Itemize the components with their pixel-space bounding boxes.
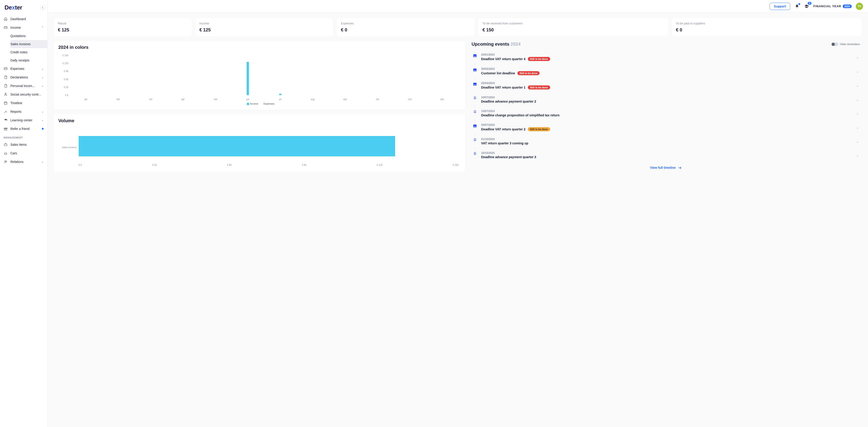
dashboard-row: 2024 in colors € 0€ 30€ 60€ 90€ 120€ 150… (54, 41, 862, 172)
timeline-connector (475, 77, 860, 79)
sidebar-item-learning-center[interactable]: Learning center⌄ (0, 116, 47, 125)
event-row[interactable]: 10/10/2024Deadline advance payment quart… (471, 149, 860, 161)
sidebar-item-relations[interactable]: Relations⌄ (0, 158, 47, 166)
bar-income[interactable] (279, 94, 281, 95)
gift-icon (4, 127, 8, 131)
colors-chart: € 0€ 30€ 60€ 90€ 120€ 150janfebmrtaprmei… (58, 54, 461, 105)
sidebar-item-quotations[interactable]: Quotations (10, 32, 47, 40)
stat-card-expenses[interactable]: Expenses€ 0 (337, 18, 475, 36)
doc-icon (4, 84, 8, 88)
sidebar-item-label: Social security contr... (10, 93, 43, 96)
sidebar-item-credit-notes[interactable]: Credit notes (10, 48, 47, 56)
stat-value: € 0 (676, 27, 858, 33)
sidebar-item-social-security-contr-[interactable]: Social security contr... (0, 90, 47, 99)
sidebar-item-expenses[interactable]: Expenses⌄ (0, 64, 47, 73)
event-icon (472, 81, 477, 86)
bar-slot-feb (102, 55, 134, 95)
chevron-down-icon: ⌄ (856, 55, 859, 59)
stat-card-income[interactable]: Income€ 125 (195, 18, 333, 36)
x-tick: sep (329, 98, 361, 101)
event-row[interactable]: 15/07/2024Deadline change proposition of… (471, 107, 860, 119)
card-icon (4, 67, 8, 71)
event-status-pill: Still to be done (528, 57, 550, 61)
events-title-year: 2024 (510, 41, 521, 46)
events-list: 20/01/2024Deadline VAT return quarter 4S… (471, 51, 860, 161)
svg-point-4 (5, 93, 6, 94)
volume-bar[interactable] (79, 136, 395, 156)
stat-card-to-be-received-from-customers[interactable]: To be received from customers€ 150 (478, 18, 668, 36)
calendar-icon (4, 101, 8, 105)
chevron-left-icon (41, 6, 44, 9)
volume-x-tick: € 150 (453, 164, 458, 166)
event-date: 15/07/2024 (481, 109, 852, 113)
notification-dot (798, 3, 800, 5)
bar-slot-okt (361, 55, 394, 95)
sidebar-item-dashboard[interactable]: Dashboard (0, 15, 47, 23)
sidebar-item-income[interactable]: Income⌃ (0, 23, 47, 32)
graduation-cap-icon (804, 4, 809, 8)
sidebar-item-sales-items[interactable]: Sales items (0, 140, 47, 149)
events-panel: Upcoming events 2024 Hide reminders 20/0… (470, 41, 862, 171)
svg-rect-25 (473, 83, 477, 84)
sidebar-item-personal-incom-[interactable]: Personal incom...⌄ (0, 81, 47, 90)
sidebar-item-daily-receipts[interactable]: Daily receipts (10, 56, 47, 64)
sidebar-item-reports[interactable]: Reports⌄ (0, 107, 47, 116)
event-row[interactable]: 10/07/2024Deadline advance payment quart… (471, 94, 860, 105)
brand-part1: De (4, 4, 12, 11)
topbar: Support 0 FINANCIAL YEAR 2024 TV (48, 0, 868, 13)
user-avatar[interactable]: TV (856, 3, 863, 10)
notifications-icon[interactable] (794, 4, 800, 9)
event-icon (472, 138, 477, 142)
financial-year-selector[interactable]: FINANCIAL YEAR 2024 (813, 4, 852, 8)
volume-x-tick: € 60 (227, 164, 231, 166)
card-icon (4, 26, 8, 30)
event-row[interactable]: 20/04/2024Deadline VAT return quarter 1S… (471, 79, 860, 92)
view-full-timeline-link[interactable]: View full timeline (650, 166, 682, 169)
sidebar-item-cars[interactable]: Cars (0, 149, 47, 158)
event-body: 01/10/2024VAT return quarter 3 coming up (481, 138, 852, 145)
event-row[interactable]: 20/07/2024Deadline VAT return quarter 2S… (471, 121, 860, 134)
stat-card-result[interactable]: Result€ 125 (54, 18, 192, 36)
sidebar-item-sales-invoices[interactable]: Sales invoices (10, 40, 47, 48)
event-row[interactable]: 30/03/2024Customer list deadlineStill to… (471, 65, 860, 77)
x-tick: jun (232, 98, 264, 101)
x-tick: jul (264, 98, 296, 101)
sidebar-item-declarations[interactable]: Declarations⌄ (0, 73, 47, 81)
home-icon (4, 17, 8, 21)
hide-reminders-toggle[interactable] (831, 42, 838, 46)
legend-label: Income (250, 102, 258, 105)
learning-badge: 0 (808, 2, 812, 5)
stat-value: € 125 (58, 27, 188, 33)
support-button[interactable]: Support (770, 3, 790, 10)
event-date: 01/10/2024 (481, 138, 852, 141)
sidebar-item-label: Expenses (10, 67, 39, 70)
legend-swatch (247, 103, 249, 105)
event-body: 20/04/2024Deadline VAT return quarter 1S… (481, 81, 852, 90)
bar-slot-jul (264, 55, 296, 95)
chevron-down-icon: ⌄ (41, 119, 43, 122)
sidebar-item-refer-a-friend[interactable]: Refer a friend (0, 125, 47, 133)
timeline-connector (475, 119, 860, 121)
person-icon (4, 92, 8, 96)
bar-income[interactable] (247, 62, 249, 95)
stat-label: To be received from customers (483, 22, 664, 25)
sidebar-item-timeline[interactable]: Timeline (0, 99, 47, 107)
brand-logo[interactable]: Dexter (4, 4, 22, 11)
event-row[interactable]: 20/01/2024Deadline VAT return quarter 4S… (471, 51, 860, 63)
chevron-down-icon: ⌄ (41, 84, 43, 88)
calendar-x-icon (473, 68, 477, 72)
svg-point-17 (6, 154, 6, 155)
car-icon (4, 151, 8, 155)
collapse-sidebar-button[interactable] (40, 5, 45, 10)
stat-card-to-be-paid-to-suppliers[interactable]: To be paid to suppliers€ 0 (672, 18, 862, 36)
timeline-connector (475, 134, 860, 135)
svg-rect-5 (4, 102, 7, 104)
view-full-timeline-label: View full timeline (650, 166, 676, 169)
bell-outline-icon (473, 152, 477, 156)
calendar-x-icon (473, 82, 477, 86)
event-row[interactable]: 01/10/2024VAT return quarter 3 coming up… (471, 135, 860, 147)
bar-slot-jan (70, 55, 102, 95)
learning-icon[interactable]: 0 (804, 4, 809, 9)
svg-point-16 (5, 154, 5, 155)
main: Support 0 FINANCIAL YEAR 2024 TV Result€… (48, 0, 868, 427)
